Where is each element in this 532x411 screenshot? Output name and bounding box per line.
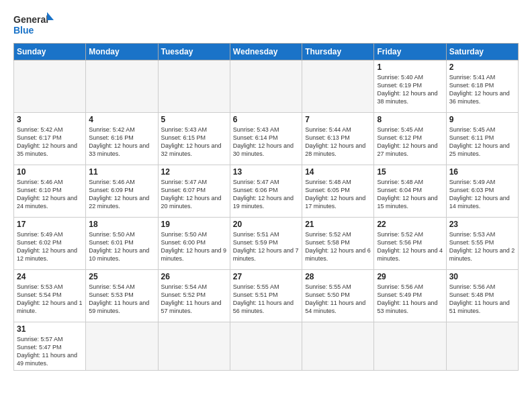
day-number: 15: [377, 167, 443, 177]
week-row-2: 10Sunrise: 5:46 AM Sunset: 6:10 PM Dayli…: [14, 165, 519, 218]
day-number: 1: [377, 62, 443, 72]
calendar-cell: 22Sunrise: 5:52 AM Sunset: 5:56 PM Dayli…: [374, 218, 446, 270]
day-info: Sunrise: 5:56 AM Sunset: 5:49 PM Dayligh…: [377, 283, 443, 316]
day-info: Sunrise: 5:42 AM Sunset: 6:16 PM Dayligh…: [89, 126, 154, 158]
calendar-cell: [302, 322, 374, 371]
day-number: 26: [161, 272, 227, 281]
day-number: 12: [161, 167, 227, 177]
col-header-friday: Friday: [374, 44, 446, 60]
day-number: 18: [89, 220, 154, 229]
calendar-cell: 1Sunrise: 5:40 AM Sunset: 6:19 PM Daylig…: [374, 60, 446, 113]
calendar-cell: [374, 322, 446, 371]
calendar-cell: 30Sunrise: 5:56 AM Sunset: 5:48 PM Dayli…: [446, 270, 518, 322]
header: GeneralBlue: [13, 11, 519, 38]
day-info: Sunrise: 5:49 AM Sunset: 6:02 PM Dayligh…: [17, 230, 83, 263]
calendar-cell: 20Sunrise: 5:51 AM Sunset: 5:59 PM Dayli…: [230, 218, 302, 270]
day-info: Sunrise: 5:43 AM Sunset: 6:14 PM Dayligh…: [233, 126, 299, 158]
calendar-cell: 25Sunrise: 5:54 AM Sunset: 5:53 PM Dayli…: [86, 270, 158, 322]
day-number: 22: [377, 220, 443, 229]
day-number: 3: [17, 115, 83, 124]
calendar-cell: [158, 60, 230, 113]
day-number: 7: [305, 115, 371, 124]
day-number: 14: [305, 167, 371, 177]
day-info: Sunrise: 5:42 AM Sunset: 6:17 PM Dayligh…: [17, 126, 83, 158]
day-number: 11: [89, 167, 154, 177]
day-info: Sunrise: 5:47 AM Sunset: 6:07 PM Dayligh…: [161, 178, 227, 211]
day-number: 23: [449, 220, 515, 229]
day-number: 21: [305, 220, 371, 229]
day-info: Sunrise: 5:57 AM Sunset: 5:47 PM Dayligh…: [17, 335, 83, 368]
day-info: Sunrise: 5:53 AM Sunset: 5:55 PM Dayligh…: [449, 230, 515, 263]
day-info: Sunrise: 5:55 AM Sunset: 5:51 PM Dayligh…: [233, 283, 299, 316]
day-info: Sunrise: 5:44 AM Sunset: 6:13 PM Dayligh…: [305, 126, 371, 158]
calendar-cell: 29Sunrise: 5:56 AM Sunset: 5:49 PM Dayli…: [374, 270, 446, 322]
calendar-cell: [230, 60, 302, 113]
calendar-cell: [302, 60, 374, 113]
day-info: Sunrise: 5:55 AM Sunset: 5:50 PM Dayligh…: [305, 283, 371, 316]
week-row-5: 31Sunrise: 5:57 AM Sunset: 5:47 PM Dayli…: [14, 322, 519, 371]
day-number: 19: [161, 220, 227, 229]
day-number: 5: [161, 115, 227, 124]
calendar-cell: 7Sunrise: 5:44 AM Sunset: 6:13 PM Daylig…: [302, 113, 374, 165]
calendar-cell: 13Sunrise: 5:47 AM Sunset: 6:06 PM Dayli…: [230, 165, 302, 218]
day-info: Sunrise: 5:47 AM Sunset: 6:06 PM Dayligh…: [233, 178, 299, 211]
calendar-cell: 26Sunrise: 5:54 AM Sunset: 5:52 PM Dayli…: [158, 270, 230, 322]
logo-svg: GeneralBlue: [13, 11, 54, 38]
week-row-1: 3Sunrise: 5:42 AM Sunset: 6:17 PM Daylig…: [14, 113, 519, 165]
calendar-cell: 9Sunrise: 5:45 AM Sunset: 6:11 PM Daylig…: [446, 113, 518, 165]
calendar-cell: 5Sunrise: 5:43 AM Sunset: 6:15 PM Daylig…: [158, 113, 230, 165]
day-info: Sunrise: 5:50 AM Sunset: 6:01 PM Dayligh…: [89, 230, 154, 263]
col-header-sunday: Sunday: [14, 44, 86, 60]
day-number: 4: [89, 115, 154, 124]
day-number: 27: [233, 272, 299, 281]
page: GeneralBlue SundayMondayTuesdayWednesday…: [0, 0, 532, 411]
day-number: 30: [449, 272, 515, 281]
calendar-cell: [446, 322, 518, 371]
calendar-cell: 24Sunrise: 5:53 AM Sunset: 5:54 PM Dayli…: [14, 270, 86, 322]
week-row-0: 1Sunrise: 5:40 AM Sunset: 6:19 PM Daylig…: [14, 60, 519, 113]
calendar-cell: 17Sunrise: 5:49 AM Sunset: 6:02 PM Dayli…: [14, 218, 86, 270]
day-number: 17: [17, 220, 83, 229]
day-info: Sunrise: 5:54 AM Sunset: 5:52 PM Dayligh…: [161, 283, 227, 316]
day-info: Sunrise: 5:40 AM Sunset: 6:19 PM Dayligh…: [377, 73, 443, 106]
col-header-saturday: Saturday: [446, 44, 518, 60]
day-info: Sunrise: 5:43 AM Sunset: 6:15 PM Dayligh…: [161, 126, 227, 158]
day-info: Sunrise: 5:50 AM Sunset: 6:00 PM Dayligh…: [161, 230, 227, 263]
day-info: Sunrise: 5:53 AM Sunset: 5:54 PM Dayligh…: [17, 283, 83, 316]
calendar-cell: 27Sunrise: 5:55 AM Sunset: 5:51 PM Dayli…: [230, 270, 302, 322]
calendar-cell: [230, 322, 302, 371]
week-row-3: 17Sunrise: 5:49 AM Sunset: 6:02 PM Dayli…: [14, 218, 519, 270]
calendar-cell: 18Sunrise: 5:50 AM Sunset: 6:01 PM Dayli…: [86, 218, 158, 270]
day-number: 13: [233, 167, 299, 177]
calendar-cell: 28Sunrise: 5:55 AM Sunset: 5:50 PM Dayli…: [302, 270, 374, 322]
calendar-cell: 16Sunrise: 5:49 AM Sunset: 6:03 PM Dayli…: [446, 165, 518, 218]
day-number: 29: [377, 272, 443, 281]
calendar-cell: [158, 322, 230, 371]
day-info: Sunrise: 5:54 AM Sunset: 5:53 PM Dayligh…: [89, 283, 154, 316]
calendar-cell: [86, 322, 158, 371]
logo: GeneralBlue: [13, 11, 54, 38]
calendar-cell: 4Sunrise: 5:42 AM Sunset: 6:16 PM Daylig…: [86, 113, 158, 165]
week-row-4: 24Sunrise: 5:53 AM Sunset: 5:54 PM Dayli…: [14, 270, 519, 322]
calendar: SundayMondayTuesdayWednesdayThursdayFrid…: [13, 43, 519, 371]
calendar-cell: 23Sunrise: 5:53 AM Sunset: 5:55 PM Dayli…: [446, 218, 518, 270]
day-info: Sunrise: 5:49 AM Sunset: 6:03 PM Dayligh…: [449, 178, 515, 211]
col-header-thursday: Thursday: [302, 44, 374, 60]
day-number: 24: [17, 272, 83, 281]
day-number: 2: [449, 62, 515, 72]
day-info: Sunrise: 5:48 AM Sunset: 6:04 PM Dayligh…: [377, 178, 443, 211]
calendar-header-row: SundayMondayTuesdayWednesdayThursdayFrid…: [14, 44, 519, 60]
calendar-cell: 2Sunrise: 5:41 AM Sunset: 6:18 PM Daylig…: [446, 60, 518, 113]
svg-text:General: General: [13, 14, 48, 25]
day-number: 6: [233, 115, 299, 124]
svg-marker-2: [47, 12, 54, 20]
day-number: 16: [449, 167, 515, 177]
day-info: Sunrise: 5:45 AM Sunset: 6:11 PM Dayligh…: [449, 126, 515, 158]
day-info: Sunrise: 5:56 AM Sunset: 5:48 PM Dayligh…: [449, 283, 515, 316]
calendar-cell: 19Sunrise: 5:50 AM Sunset: 6:00 PM Dayli…: [158, 218, 230, 270]
calendar-cell: 15Sunrise: 5:48 AM Sunset: 6:04 PM Dayli…: [374, 165, 446, 218]
calendar-cell: 31Sunrise: 5:57 AM Sunset: 5:47 PM Dayli…: [14, 322, 86, 371]
day-number: 28: [305, 272, 371, 281]
col-header-monday: Monday: [86, 44, 158, 60]
day-number: 31: [17, 324, 83, 334]
